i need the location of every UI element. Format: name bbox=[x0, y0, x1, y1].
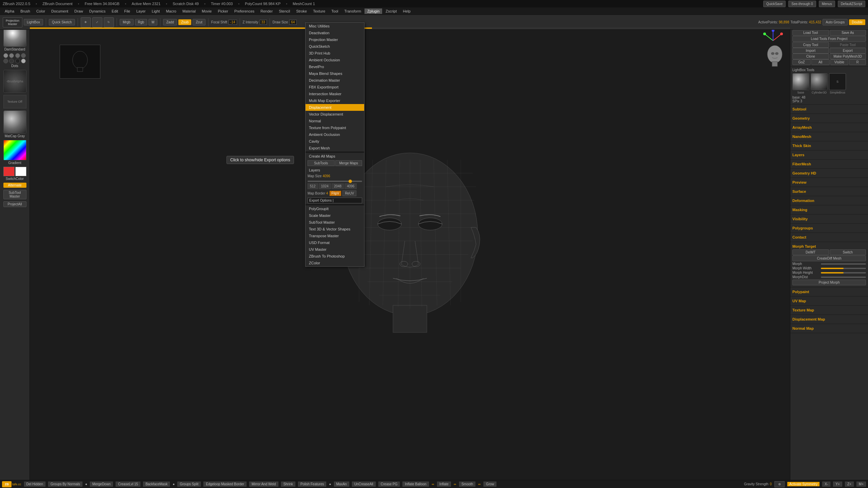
size-512-btn[interactable]: 512 bbox=[308, 183, 318, 189]
alpha-preview[interactable]: -BrushAlpha bbox=[3, 70, 26, 93]
edgeloop-masked-border-button[interactable]: Edgeloop Masked Border bbox=[203, 482, 246, 487]
menu-preferences[interactable]: Preferences bbox=[232, 8, 257, 14]
dot-8[interactable] bbox=[21, 59, 26, 63]
menu-movie[interactable]: Movie bbox=[199, 8, 214, 14]
map-size-slider[interactable] bbox=[308, 181, 362, 182]
menu-zplugin[interactable]: Zplugin bbox=[364, 8, 382, 14]
projection-master-button[interactable]: ProjectionMaster bbox=[3, 17, 22, 27]
mrgb-button[interactable]: Mrgb bbox=[120, 19, 134, 25]
m-button[interactable]: M bbox=[149, 19, 157, 25]
layers-title[interactable]: Layers bbox=[792, 152, 866, 158]
dot-3[interactable] bbox=[15, 53, 20, 58]
subtool-master-button[interactable]: SubTool Master bbox=[3, 190, 26, 199]
menu-alpha[interactable]: Alpha bbox=[2, 8, 17, 14]
zplugin-quicksketch[interactable]: QuickSketch bbox=[305, 43, 364, 50]
copy-tool-button[interactable]: Copy Tool bbox=[792, 42, 829, 48]
background-color[interactable] bbox=[15, 167, 26, 176]
switch-button[interactable]: Switch bbox=[830, 249, 866, 255]
menu-brush[interactable]: Brush bbox=[18, 8, 33, 14]
m-axis-button[interactable]: M+ bbox=[856, 482, 866, 487]
visible-button[interactable]: Visible bbox=[830, 59, 849, 65]
zplugin-fbx-exportimport[interactable]: FBX ExportImport bbox=[305, 84, 364, 90]
zplugin-3d-print-hub[interactable]: 3D Print Hub bbox=[305, 50, 364, 57]
zplugin-subtool-master[interactable]: SubTool Master bbox=[305, 219, 364, 226]
crease-lvl-button[interactable]: CreaseLvl 15 bbox=[116, 482, 140, 487]
normal-map-title[interactable]: Normal Map bbox=[792, 325, 866, 331]
menu-texture[interactable]: Texture bbox=[310, 8, 328, 14]
creatediff-mesh-button[interactable]: CreateDiff Mesh bbox=[792, 256, 866, 261]
tool-preview-2[interactable] bbox=[811, 73, 828, 90]
zplugin-intersection-masker[interactable]: Intersection Masker bbox=[305, 90, 364, 97]
geometry-hd-title[interactable]: Geometry HD bbox=[792, 170, 866, 176]
smooth-button[interactable]: Smooth bbox=[459, 482, 475, 487]
nanomesh-title[interactable]: NanoMesh bbox=[792, 134, 866, 140]
menu-light[interactable]: Light bbox=[149, 8, 163, 14]
zplugin-normal[interactable]: Normal bbox=[305, 118, 364, 124]
menu-draw[interactable]: Draw bbox=[72, 8, 86, 14]
thick-skin-title[interactable]: Thick Skin bbox=[792, 143, 866, 149]
subtool-title[interactable]: Subtool bbox=[792, 106, 866, 112]
morph-target-title[interactable]: Morph Target bbox=[792, 243, 866, 249]
menu-picker[interactable]: Picker bbox=[215, 8, 231, 14]
backface-mask-button[interactable]: BackfaceMask bbox=[143, 482, 170, 487]
zplugin-bevelpro[interactable]: BevelPro bbox=[305, 63, 364, 70]
load-tool-button[interactable]: Load Tool bbox=[792, 30, 829, 36]
zplugin-projection-master[interactable]: Projection Master bbox=[305, 36, 364, 43]
visibility-title[interactable]: Visibility bbox=[792, 216, 866, 222]
masking-title[interactable]: Masking bbox=[792, 207, 866, 213]
menu-render[interactable]: Render bbox=[258, 8, 275, 14]
subtools-button[interactable]: SubTools bbox=[308, 160, 335, 166]
size-2048-btn[interactable]: 2048 bbox=[332, 183, 344, 189]
see-through-button[interactable]: See-through 0 bbox=[788, 1, 816, 7]
menu-macro[interactable]: Macro bbox=[163, 8, 179, 14]
dot-6[interactable] bbox=[9, 59, 14, 63]
menu-color[interactable]: Color bbox=[34, 8, 48, 14]
tool-preview-simplebrus[interactable]: S bbox=[829, 73, 846, 90]
uv-map-title[interactable]: UV Map bbox=[792, 298, 866, 304]
menu-transform[interactable]: Transform bbox=[341, 8, 364, 14]
auto-groups-button[interactable]: Auto Groups bbox=[823, 19, 848, 25]
zplugin-ambient-occlusion[interactable]: Ambient Occlusion bbox=[305, 57, 364, 63]
zsub-button[interactable]: Zsub bbox=[178, 19, 191, 25]
double-button[interactable]: Double bbox=[849, 19, 865, 25]
displacement-map-title[interactable]: Displacement Map bbox=[792, 316, 866, 322]
save-as-button[interactable]: Save As bbox=[830, 30, 866, 36]
polish-features-button[interactable]: Polish Features bbox=[298, 482, 326, 487]
polygroups-title[interactable]: Polygroups bbox=[792, 225, 866, 231]
menu-file[interactable]: File bbox=[121, 8, 133, 14]
dot-4[interactable] bbox=[21, 53, 26, 58]
scale-tool[interactable]: ⤢ bbox=[92, 17, 102, 27]
x-axis-button[interactable]: X- bbox=[822, 482, 830, 487]
size-1024-btn[interactable]: 1024 bbox=[319, 183, 331, 189]
dot-1[interactable] bbox=[3, 53, 8, 58]
quick-sketch-button[interactable]: Quick Sketch bbox=[49, 19, 75, 25]
dot-7[interactable] bbox=[15, 59, 20, 63]
dot-2[interactable] bbox=[9, 53, 14, 58]
zplugin-displacement[interactable]: Displacement bbox=[305, 104, 364, 111]
zplugin-maya-blend-shapes[interactable]: Maya Blend Shapes bbox=[305, 70, 364, 77]
color-picker[interactable] bbox=[3, 140, 26, 160]
zplugin-zbrush-to-photoshop[interactable]: ZBrush To Photoshop bbox=[305, 253, 364, 260]
zplugin-texture-from-polypaint[interactable]: Texture from Polypaint bbox=[305, 124, 364, 131]
zplugin-uv-master[interactable]: UV Master bbox=[305, 246, 364, 253]
inflate-balloon-button[interactable]: Inflate Balloon bbox=[402, 482, 429, 487]
import-button[interactable]: Import bbox=[792, 48, 829, 54]
menu-tool[interactable]: Tool bbox=[329, 8, 341, 14]
shrink-button[interactable]: Shrink bbox=[281, 482, 295, 487]
zplugin-scale-master[interactable]: Scale Master bbox=[305, 212, 364, 219]
z-axis-button[interactable]: Z+ bbox=[845, 482, 854, 487]
geometry-title[interactable]: Geometry bbox=[792, 115, 866, 121]
project-morph-button[interactable]: Project Morph bbox=[792, 280, 866, 285]
texture-map-title[interactable]: Texture Map bbox=[792, 307, 866, 313]
fibermesh-title[interactable]: FiberMesh bbox=[792, 161, 866, 167]
export-button[interactable]: Export bbox=[830, 48, 866, 54]
load-tools-from-project-button[interactable]: Load Tools From Project bbox=[792, 36, 866, 42]
merge-down-button[interactable]: MergeDown bbox=[90, 482, 113, 487]
all-button[interactable]: All bbox=[811, 59, 830, 65]
zplugin-deactivation[interactable]: Deactivation bbox=[305, 29, 364, 36]
zplugin-zcolor[interactable]: ZColor bbox=[305, 260, 364, 266]
make-polymesh3d-button[interactable]: Make PolyMesh3D bbox=[830, 54, 866, 59]
groups-split-button[interactable]: Groups Split bbox=[177, 482, 201, 487]
menu-document[interactable]: Document bbox=[48, 8, 71, 14]
deformation-title[interactable]: Deformation bbox=[792, 198, 866, 204]
